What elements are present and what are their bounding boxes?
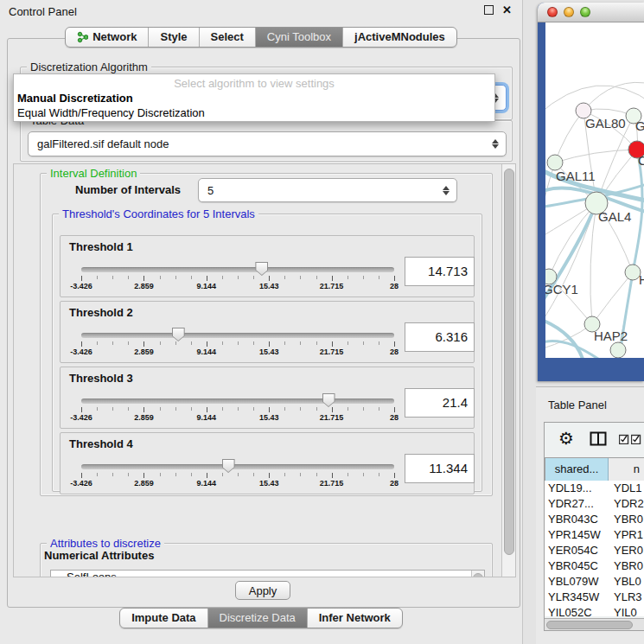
slider-tick-label: 21.715 xyxy=(308,348,356,356)
table-data-combobox[interactable]: galFiltered.sif default node xyxy=(28,131,507,156)
column-header-name[interactable]: n xyxy=(609,458,644,481)
numerical-attributes-list[interactable]: SelfLoopsTopologicalCoefficientBetweenne… xyxy=(50,570,485,577)
cell-name: YDL1 xyxy=(609,481,644,496)
slider-tick xyxy=(175,276,176,279)
slider-tick xyxy=(300,407,301,411)
slider-tick xyxy=(207,341,207,347)
slider-tick xyxy=(284,341,285,345)
network-node-label: GAL80 xyxy=(585,116,626,131)
tab-discretize-data[interactable]: Discretize Data xyxy=(208,609,308,628)
minimize-traffic-light-icon[interactable] xyxy=(564,7,574,17)
slider-track[interactable] xyxy=(81,399,394,404)
zoom-traffic-light-icon[interactable] xyxy=(580,7,590,17)
group-title: Interval Definition xyxy=(47,167,140,180)
tab-infer-network[interactable]: Infer Network xyxy=(308,609,402,628)
table-toolbar: ⚙ xyxy=(545,423,644,457)
cell-shared-name: YIL052C xyxy=(545,605,609,616)
threshold-slider-thumb[interactable] xyxy=(255,262,268,276)
slider-tick xyxy=(112,473,113,476)
slider-tick xyxy=(363,276,364,279)
threshold-slider-thumb[interactable] xyxy=(222,459,235,473)
checkbox-icon[interactable] xyxy=(619,434,629,444)
table-row[interactable]: YLR345WYLR3 xyxy=(545,590,644,605)
cell-shared-name: YPR145W xyxy=(545,527,609,543)
tab-cyni-toolbox[interactable]: Cyni Toolbox xyxy=(256,28,343,47)
table-row[interactable]: YBR045CYBR0 xyxy=(545,558,644,574)
slider-tick xyxy=(160,407,161,411)
threshold-value-field[interactable]: 11.344 xyxy=(405,454,475,483)
network-icon xyxy=(77,31,88,43)
float-window-icon[interactable] xyxy=(484,5,494,15)
slider-track[interactable] xyxy=(81,267,394,272)
threshold-slider-thumb[interactable] xyxy=(322,393,335,407)
slider-tick xyxy=(97,473,98,476)
tab-impute-data[interactable]: Impute Data xyxy=(120,609,207,628)
tab-jactivemnodules[interactable]: jActiveMNodules xyxy=(343,28,456,47)
slider-tick xyxy=(379,407,379,411)
table-row[interactable]: YPR145WYPR1 xyxy=(545,527,644,543)
gear-icon[interactable]: ⚙ xyxy=(558,428,574,449)
attribute-list-item[interactable]: SelfLoops xyxy=(51,571,484,577)
slider-tick xyxy=(143,276,144,281)
slider-tick xyxy=(81,341,82,347)
cell-shared-name: YLR345W xyxy=(545,590,609,605)
tab-label: Network xyxy=(92,30,137,43)
slider-track[interactable] xyxy=(81,333,394,338)
table-row[interactable]: YDR27...YDR2 xyxy=(545,496,644,512)
tab-style[interactable]: Style xyxy=(149,28,199,47)
slider-tick xyxy=(269,276,270,281)
close-traffic-light-icon[interactable] xyxy=(547,7,558,17)
algorithm-option-manual-discretization[interactable]: Manual Discretization xyxy=(17,92,133,105)
slider-tick xyxy=(316,341,317,345)
cell-name: YDR2 xyxy=(609,496,644,512)
table-body: YDL19...YDL1YDR27...YDR2YBR043CYBR0YPR14… xyxy=(545,481,644,616)
slider-tick xyxy=(363,473,364,476)
apply-button[interactable]: Apply xyxy=(235,581,290,600)
slider-tick xyxy=(128,407,129,411)
threshold-value-field[interactable]: 14.713 xyxy=(405,257,475,286)
table-row[interactable]: YIL052CYIL0 xyxy=(545,605,644,616)
table-panel: Table Panel ⚙ shared... n YDL19...YDL1YD… xyxy=(536,386,644,644)
tab-label: Discretize Data xyxy=(220,611,296,624)
slider-tick xyxy=(316,407,317,411)
table-row[interactable]: YER054CYER0 xyxy=(545,543,644,558)
threshold-slider-thumb[interactable] xyxy=(172,328,185,341)
column-layout-icon[interactable] xyxy=(590,431,607,446)
slider-tick xyxy=(143,407,144,412)
threshold-label: Threshold 1 xyxy=(69,240,133,253)
number-of-intervals-spinner[interactable]: 5 xyxy=(198,178,457,202)
network-node[interactable] xyxy=(610,342,626,358)
algorithm-option-equal-width-frequency[interactable]: Equal Width/Frequency Discretization xyxy=(17,106,205,119)
slider-tick xyxy=(128,276,129,279)
tab-select[interactable]: Select xyxy=(200,28,256,47)
tab-network[interactable]: Network xyxy=(66,28,149,47)
table-row[interactable]: YBL079WYBL0 xyxy=(545,574,644,590)
attributes-list-scrollbar[interactable] xyxy=(471,571,484,577)
interval-definition-group: Interval Definition Number of Intervals … xyxy=(40,173,493,496)
slider-tick xyxy=(112,341,113,345)
checkbox-icon[interactable] xyxy=(631,434,641,444)
slider-tick xyxy=(284,276,285,279)
threshold-value-field[interactable]: 21.4 xyxy=(405,388,475,418)
slider-track[interactable] xyxy=(81,464,394,469)
table-row[interactable]: YDL19...YDL1 xyxy=(545,481,644,496)
slider-tick xyxy=(238,276,239,279)
numerical-attributes-label: Numerical Attributes xyxy=(44,549,154,562)
threshold-value-field[interactable]: 6.316 xyxy=(405,322,475,352)
network-canvas[interactable]: GAL80GACGAL11GAL4GCY1HHAP2 xyxy=(545,22,644,358)
table-row[interactable]: YBR043CYBR0 xyxy=(545,512,644,527)
network-edge xyxy=(555,150,637,163)
slider-tick-label: 2.859 xyxy=(119,479,168,488)
slider-tick-label: 9.144 xyxy=(182,282,231,290)
threshold-label: Threshold 2 xyxy=(69,306,133,319)
slider-tick xyxy=(97,407,98,411)
slider-tick-label: 21.715 xyxy=(308,479,356,488)
slider-tick xyxy=(191,276,192,279)
column-header-shared-name[interactable]: shared... xyxy=(545,458,609,481)
cell-name: YLR3 xyxy=(609,590,644,605)
table-horizontal-scrollbar[interactable] xyxy=(545,618,644,630)
table-header-row: shared... n xyxy=(545,457,644,481)
settings-vertical-scrollbar[interactable] xyxy=(501,164,515,577)
slider-tick xyxy=(316,276,317,279)
close-window-icon[interactable]: ✕ xyxy=(502,4,512,16)
